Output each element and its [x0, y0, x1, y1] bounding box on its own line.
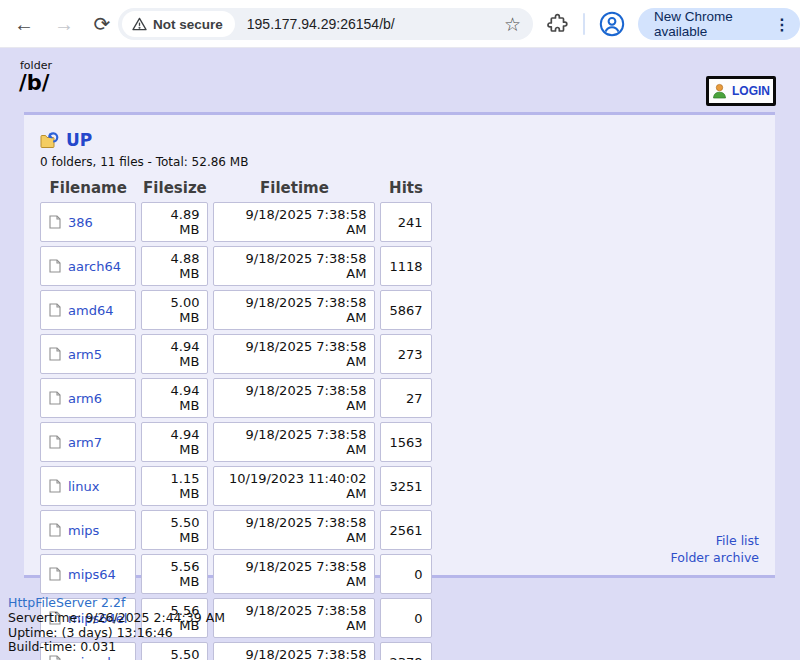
- document-icon: [49, 215, 61, 229]
- file-link[interactable]: mips: [68, 523, 99, 538]
- file-link[interactable]: amd64: [68, 303, 113, 318]
- chrome-update-label: New Chrome available: [654, 9, 764, 39]
- col-header-filename: Filename: [40, 177, 136, 198]
- file-size: 5.50 MB: [141, 510, 208, 550]
- document-icon: [49, 655, 61, 660]
- file-time: 9/18/2025 7:38:58 AM: [213, 598, 375, 638]
- file-hits: 3251: [380, 466, 431, 506]
- menu-kebab-icon[interactable]: ⋮: [774, 15, 790, 34]
- file-size: 5.56 MB: [141, 554, 208, 594]
- col-header-filesize: Filesize: [141, 177, 208, 198]
- file-size: 4.94 MB: [141, 378, 208, 418]
- profile-avatar-icon[interactable]: [599, 11, 625, 37]
- file-hits: 2561: [380, 510, 431, 550]
- hfs-page: folder /b/ LOGIN UP 0 folders, 11 files …: [0, 48, 800, 660]
- file-table-body: 386 4.89 MB 9/18/2025 7:38:58 AM 241 aar…: [40, 202, 432, 660]
- file-hits: 2378: [380, 642, 431, 660]
- table-row: arm6 4.94 MB 9/18/2025 7:38:58 AM 27: [40, 378, 432, 418]
- folder-up-icon[interactable]: [40, 132, 59, 149]
- up-link[interactable]: UP: [66, 130, 92, 150]
- extensions-icon[interactable]: [545, 12, 569, 36]
- file-size: 4.94 MB: [141, 422, 208, 462]
- file-time: 9/18/2025 7:38:58 AM: [213, 642, 375, 660]
- buildtime-text: Build-time: 0.031: [8, 640, 225, 655]
- file-link[interactable]: linux: [68, 479, 99, 494]
- file-size: 4.89 MB: [141, 202, 208, 242]
- file-time: 9/18/2025 7:38:58 AM: [213, 202, 375, 242]
- col-header-hits: Hits: [380, 177, 431, 198]
- toolbar-divider: [583, 13, 585, 35]
- file-link[interactable]: mipsel: [68, 655, 111, 660]
- hfs-version-link[interactable]: HttpFileServer 2.2f: [8, 595, 125, 610]
- table-row: arm5 4.94 MB 9/18/2025 7:38:58 AM 273: [40, 334, 432, 374]
- file-hits: 1118: [380, 246, 431, 286]
- file-list-panel: UP 0 folders, 11 files - Total: 52.86 MB…: [24, 112, 775, 578]
- user-icon: [712, 83, 727, 99]
- server-footer: HttpFileServer 2.2f Servertime: 9/26/202…: [8, 596, 225, 655]
- file-link[interactable]: arm7: [68, 435, 102, 450]
- file-time: 10/19/2023 11:40:02 AM: [213, 466, 375, 506]
- document-icon: [49, 303, 61, 317]
- bookmark-star-icon[interactable]: ☆: [498, 13, 527, 36]
- table-row: mips 5.50 MB 9/18/2025 7:38:58 AM 2561: [40, 510, 432, 550]
- folder-archive-link[interactable]: Folder archive: [671, 550, 759, 567]
- file-list-link[interactable]: File list: [671, 533, 759, 550]
- url-text[interactable]: 195.177.94.29:26154/b/: [247, 16, 498, 32]
- reload-icon[interactable]: ⟳: [88, 10, 116, 38]
- file-time: 9/18/2025 7:38:58 AM: [213, 422, 375, 462]
- file-size: 1.15 MB: [141, 466, 208, 506]
- file-table: Filename Filesize Filetime Hits 386 4.89…: [35, 173, 437, 660]
- login-button[interactable]: LOGIN: [706, 76, 776, 106]
- col-header-filetime: Filetime: [213, 177, 375, 198]
- table-row: mips64 5.56 MB 9/18/2025 7:38:58 AM 0: [40, 554, 432, 594]
- file-time: 9/18/2025 7:38:58 AM: [213, 378, 375, 418]
- page-title: /b/: [19, 71, 49, 95]
- document-icon: [49, 391, 61, 405]
- file-link[interactable]: mips64: [68, 567, 116, 582]
- file-link[interactable]: 386: [68, 215, 93, 230]
- file-hits: 27: [380, 378, 431, 418]
- servertime-text: Servertime: 9/26/2025 2:44:39 AM: [8, 611, 225, 626]
- file-link[interactable]: arm5: [68, 347, 102, 362]
- document-icon: [49, 523, 61, 537]
- file-hits: 0: [380, 598, 431, 638]
- file-link[interactable]: arm6: [68, 391, 102, 406]
- chrome-update-button[interactable]: New Chrome available ⋮: [638, 8, 800, 40]
- warning-icon: [132, 17, 147, 31]
- table-row: aarch64 4.88 MB 9/18/2025 7:38:58 AM 111…: [40, 246, 432, 286]
- file-size: 5.00 MB: [141, 290, 208, 330]
- document-icon: [49, 259, 61, 273]
- uptime-text: Uptime: (3 days) 13:16:46: [8, 626, 225, 641]
- document-icon: [49, 435, 61, 449]
- file-hits: 273: [380, 334, 431, 374]
- login-label: LOGIN: [732, 84, 770, 98]
- table-row: amd64 5.00 MB 9/18/2025 7:38:58 AM 5867: [40, 290, 432, 330]
- file-time: 9/18/2025 7:38:58 AM: [213, 554, 375, 594]
- file-size: 4.88 MB: [141, 246, 208, 286]
- file-time: 9/18/2025 7:38:58 AM: [213, 290, 375, 330]
- not-secure-chip[interactable]: Not secure: [122, 11, 235, 37]
- back-icon[interactable]: ←: [10, 10, 38, 38]
- table-row: arm7 4.94 MB 9/18/2025 7:38:58 AM 1563: [40, 422, 432, 462]
- file-time: 9/18/2025 7:38:58 AM: [213, 246, 375, 286]
- file-hits: 0: [380, 554, 431, 594]
- forward-icon[interactable]: →: [50, 10, 78, 38]
- table-row: linux 1.15 MB 10/19/2023 11:40:02 AM 325…: [40, 466, 432, 506]
- file-time: 9/18/2025 7:38:58 AM: [213, 334, 375, 374]
- document-icon: [49, 347, 61, 361]
- file-hits: 1563: [380, 422, 431, 462]
- security-label: Not secure: [153, 17, 223, 32]
- browser-toolbar: ← → ⟳ Not secure 195.177.94.29:26154/b/ …: [0, 0, 800, 48]
- folder-stats: 0 folders, 11 files - Total: 52.86 MB: [40, 155, 759, 169]
- file-hits: 241: [380, 202, 431, 242]
- table-row: 386 4.89 MB 9/18/2025 7:38:58 AM 241: [40, 202, 432, 242]
- file-time: 9/18/2025 7:38:58 AM: [213, 510, 375, 550]
- document-icon: [49, 479, 61, 493]
- file-hits: 5867: [380, 290, 431, 330]
- file-link[interactable]: aarch64: [68, 259, 121, 274]
- document-icon: [49, 567, 61, 581]
- address-bar[interactable]: Not secure 195.177.94.29:26154/b/ ☆: [118, 8, 533, 40]
- file-size: 4.94 MB: [141, 334, 208, 374]
